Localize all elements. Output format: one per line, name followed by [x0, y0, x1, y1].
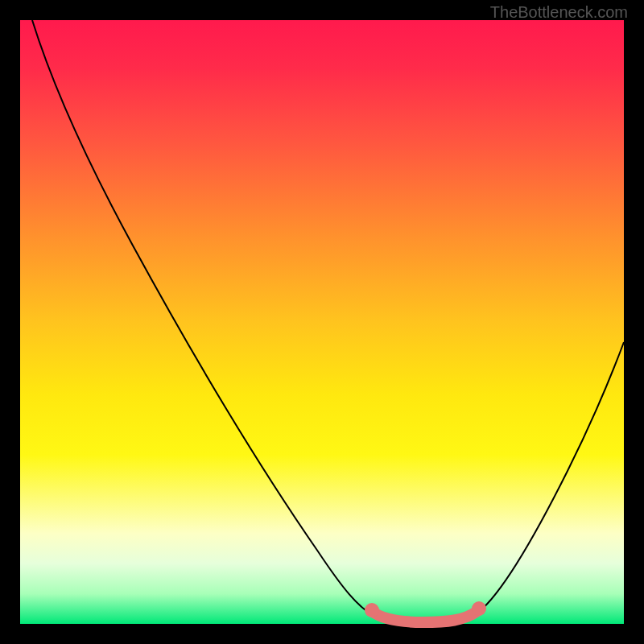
chart-plot-area: [20, 20, 624, 624]
highlight-end-dot: [472, 601, 486, 616]
watermark-text: TheBottleneck.com: [490, 3, 628, 22]
bottleneck-curve: [32, 20, 624, 622]
highlight-start-dot: [365, 603, 379, 617]
highlight-segment: [373, 611, 477, 622]
chart-svg: [20, 20, 624, 624]
